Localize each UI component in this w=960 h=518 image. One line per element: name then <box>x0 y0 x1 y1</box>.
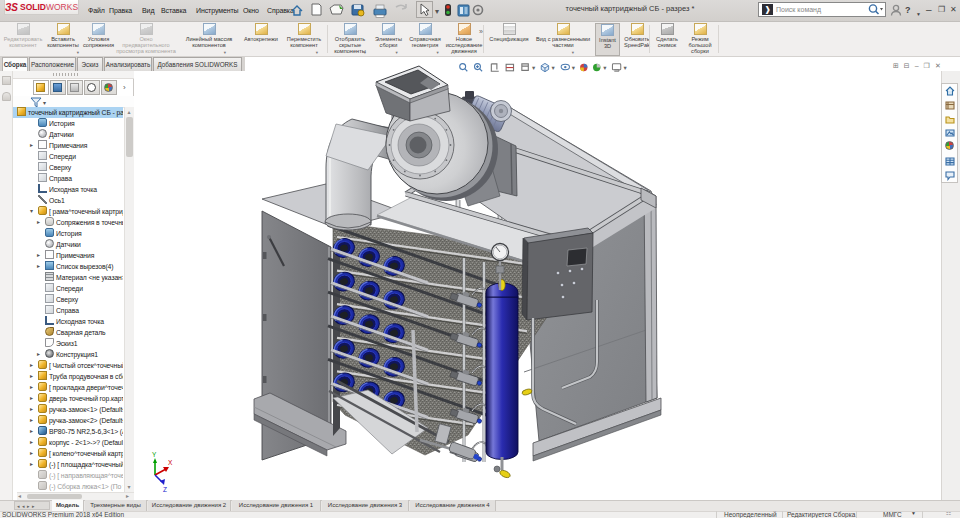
svg-text:▾: ▾ <box>551 63 555 70</box>
svg-text:▾: ▾ <box>43 100 46 106</box>
svg-text:▾: ▾ <box>435 7 439 16</box>
svg-text:Z: Z <box>163 486 167 493</box>
svg-text:▾: ▾ <box>532 63 536 70</box>
svg-text:▾: ▾ <box>603 63 607 70</box>
svg-text:▾: ▾ <box>572 63 576 70</box>
svg-text:X: X <box>168 459 173 466</box>
svg-text:▾: ▾ <box>624 63 628 70</box>
svg-text:Y: Y <box>152 451 157 458</box>
